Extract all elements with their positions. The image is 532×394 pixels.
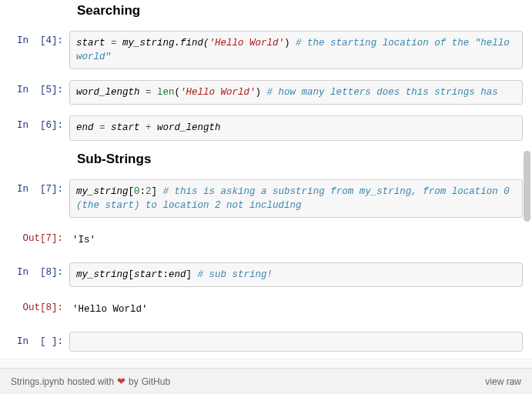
- code-token: ]: [152, 186, 163, 197]
- code-token: my_string.find(: [122, 38, 209, 48]
- code-input[interactable]: my_string[0:2] # this is asking a substr…: [69, 179, 523, 218]
- notebook-body: Searching In [4]: start = my_string.find…: [0, 3, 532, 368]
- code-cell: In [7]: my_string[0:2] # this is asking …: [9, 179, 523, 218]
- input-prompt: In [8]:: [9, 262, 69, 278]
- code-token: my_string: [76, 186, 129, 197]
- footer-text: hosted with: [67, 376, 114, 387]
- code-cell: In [ ]:: [9, 332, 523, 352]
- code-input[interactable]: word_length = len('Hello World') # how m…: [69, 80, 523, 105]
- code-token: [: [129, 186, 135, 197]
- code-token: end: [76, 122, 99, 133]
- code-token: 'Hello World': [209, 38, 285, 48]
- code-token: start: [111, 122, 146, 133]
- code-token: +: [146, 122, 157, 133]
- code-token: ): [256, 87, 267, 98]
- code-cell: In [4]: start = my_string.find('Hello Wo…: [9, 31, 523, 69]
- output-cell: Out[8]: 'Hello World': [9, 298, 523, 321]
- notebook-scrollpane[interactable]: Searching In [4]: start = my_string.find…: [0, 0, 532, 368]
- view-raw-link[interactable]: view raw: [485, 376, 521, 387]
- output-cell: Out[7]: 'Is': [9, 229, 523, 252]
- horizontal-scrollbar[interactable]: [0, 359, 532, 368]
- code-token: end: [169, 269, 186, 280]
- input-prompt: In [7]:: [9, 179, 69, 195]
- scrollbar-thumb[interactable]: [524, 151, 530, 222]
- code-token: [: [129, 269, 135, 280]
- code-token: 0: [134, 186, 140, 197]
- input-prompt: In [5]:: [9, 80, 69, 95]
- code-token: =: [111, 38, 122, 48]
- heading-substrings: Sub-Strings: [77, 152, 523, 167]
- input-prompt: In [ ]:: [9, 332, 69, 347]
- code-token: word_length: [157, 122, 221, 133]
- code-cell: In [6]: end = start + word_length: [9, 115, 523, 140]
- code-token: start: [76, 38, 111, 48]
- code-input[interactable]: my_string[start:end] # sub string!: [69, 262, 523, 287]
- code-input[interactable]: end = start + word_length: [69, 115, 523, 140]
- heading-searching: Searching: [77, 3, 523, 18]
- input-prompt: In [4]:: [9, 31, 69, 46]
- github-link[interactable]: GitHub: [142, 376, 170, 387]
- code-token: start: [134, 269, 163, 280]
- code-token: =: [146, 87, 157, 98]
- code-token: my_string: [76, 269, 129, 280]
- code-cell: In [8]: my_string[start:end] # sub strin…: [9, 262, 523, 287]
- code-token: # sub string!: [198, 269, 273, 280]
- code-token: 2: [146, 186, 152, 197]
- code-token: ]: [186, 269, 198, 280]
- filename-link[interactable]: Strings.ipynb: [11, 376, 64, 387]
- code-token: ): [284, 38, 296, 48]
- input-prompt: In [6]:: [9, 115, 69, 131]
- code-token: :: [140, 186, 146, 197]
- code-input[interactable]: [69, 332, 523, 352]
- output-prompt: Out[8]:: [9, 298, 69, 313]
- code-token: =: [99, 122, 111, 133]
- output-prompt: Out[7]:: [9, 229, 69, 244]
- footer-left: Strings.ipynb hosted with ❤ by GitHub: [11, 376, 170, 387]
- output-text: 'Is': [69, 229, 523, 252]
- code-token: 'Hello World': [180, 87, 256, 98]
- code-cell: In [5]: word_length = len('Hello World')…: [9, 80, 523, 105]
- code-token: :: [163, 269, 169, 280]
- footer-text: by: [129, 376, 139, 387]
- gist-footer: Strings.ipynb hosted with ❤ by GitHub vi…: [0, 368, 532, 394]
- output-text: 'Hello World': [69, 298, 523, 321]
- code-token: len: [157, 87, 175, 98]
- code-input[interactable]: start = my_string.find('Hello World') # …: [69, 31, 523, 69]
- code-token: (: [175, 87, 181, 98]
- code-token: word_length: [76, 87, 146, 98]
- heart-icon: ❤: [117, 376, 125, 386]
- code-token: # how many letters does this strings has: [267, 87, 498, 98]
